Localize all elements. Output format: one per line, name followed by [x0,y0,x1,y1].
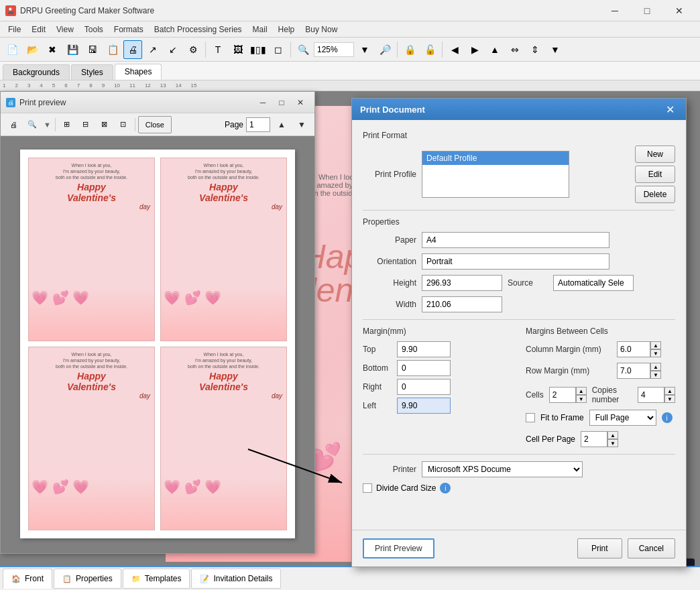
menu-edit[interactable]: Edit [26,23,51,36]
row-margin-up[interactable]: ▲ [650,363,661,371]
bottom-tab-properties[interactable]: 📋 Properties [54,569,121,589]
zoom-out-button[interactable]: 🔎 [375,40,394,59]
row-margin-down[interactable]: ▼ [650,371,661,379]
col-margin-up[interactable]: ▲ [650,341,661,349]
pp-view-btn-2[interactable]: ⊟ [77,116,95,133]
tab-styles[interactable]: Styles [71,64,113,80]
printer-select[interactable]: Microsoft XPS Docume [422,461,583,477]
page-down-btn[interactable]: ▼ [293,117,310,133]
menu-mail[interactable]: Mail [247,23,273,36]
fit-frame-select[interactable]: Full Page [589,410,656,426]
copies-down[interactable]: ▼ [664,395,675,403]
profile-list[interactable]: Default Profile [422,151,569,198]
lock-button[interactable]: 🔒 [400,40,419,59]
cancel-button[interactable]: Cancel [628,538,675,558]
profile-edit-button[interactable]: Edit [635,166,675,183]
col-margin-down[interactable]: ▼ [650,349,661,357]
source-input[interactable] [553,275,634,291]
cells-input[interactable] [549,387,576,403]
pp-minimize-button[interactable]: ─ [254,95,272,111]
cell-per-page-input[interactable] [581,431,607,447]
col-margin-input[interactable] [617,341,650,357]
menu-view[interactable]: View [51,23,79,36]
pp-search-icon[interactable]: 🔍 [23,116,41,133]
zoom-in-button[interactable]: 🔍 [294,40,312,59]
tab-backgrounds[interactable]: Backgrounds [3,64,70,80]
new-button[interactable]: 📄 [3,40,21,59]
pp-search-dropdown[interactable]: ▼ [42,121,52,129]
flip-v-button[interactable]: ⇕ [526,40,544,59]
profile-new-button[interactable]: New [635,145,675,163]
zoom-dropdown[interactable]: ▼ [355,40,374,59]
up-button[interactable]: ▲ [485,40,504,59]
divide-card-checkbox[interactable] [363,483,372,493]
zoom-input[interactable] [314,42,354,57]
margin-bottom-input[interactable] [397,360,451,376]
properties-button[interactable]: ⚙ [184,40,202,59]
pp-print-icon[interactable]: 🖨 [5,116,22,133]
height-input[interactable] [422,275,502,291]
pp-maximize-button[interactable]: □ [273,95,290,111]
page-input[interactable] [246,117,270,132]
card-text-2: When I look at you,I'm amazed by your be… [188,162,259,180]
copies-input[interactable] [638,387,664,403]
pp-view-btn-1[interactable]: ⊞ [58,116,76,133]
maximize-button[interactable]: □ [632,1,662,21]
close-doc-button[interactable]: ✖ [43,40,62,59]
text-button[interactable]: T [209,40,227,59]
close-button[interactable]: ✕ [664,1,695,21]
invitation-tab-label: Invitation Details [213,574,272,583]
row-margin-input[interactable] [617,363,650,379]
pp-view-btn-3[interactable]: ⊠ [96,116,113,133]
pp-close-text[interactable]: Close [138,116,172,133]
bottom-tab-invitation[interactable]: 📝 Invitation Details [191,569,281,589]
export-button[interactable]: ↗ [143,40,162,59]
back-button[interactable]: ◀ [445,40,464,59]
page-up-btn[interactable]: ▲ [273,117,290,133]
minimize-button[interactable]: ─ [599,1,630,21]
cells-down[interactable]: ▼ [576,395,587,403]
menu-help[interactable]: Help [273,23,300,36]
menu-file[interactable]: File [3,23,26,36]
bottom-tab-templates[interactable]: 📁 Templates [123,569,190,589]
menu-batch-processing[interactable]: Batch Processing Series [149,23,247,36]
down-button[interactable]: ▼ [546,40,565,59]
save-button[interactable]: 💾 [63,40,82,59]
fit-frame-checkbox[interactable] [526,413,535,422]
forward-button[interactable]: ▶ [465,40,484,59]
tab-shapes[interactable]: Shapes [115,64,162,80]
open-button[interactable]: 📂 [23,40,42,59]
print-preview-button[interactable]: Print Preview [363,538,434,558]
menu-buy-now[interactable]: Buy Now [300,23,343,36]
copies-up[interactable]: ▲ [664,387,675,395]
fit-frame-info-icon[interactable]: i [662,412,673,423]
flip-h-button[interactable]: ⇔ [506,40,524,59]
import-button[interactable]: ↙ [164,40,182,59]
menu-formats[interactable]: Formats [109,23,149,36]
title-bar-controls: ─ □ ✕ [599,1,695,21]
print-button[interactable]: 🖨 [123,40,142,59]
width-input[interactable] [422,296,502,312]
divide-card-info-icon[interactable]: i [440,483,451,493]
menu-tools[interactable]: Tools [79,23,109,36]
cell-per-page-down[interactable]: ▼ [607,439,618,447]
profile-item-default[interactable]: Default Profile [422,152,569,165]
save-as-button[interactable]: 🖫 [83,40,102,59]
pp-view-btn-4[interactable]: ⊡ [115,116,132,133]
barcode-button[interactable]: ▮▯▮ [249,40,268,59]
cell-per-page-up[interactable]: ▲ [607,431,618,439]
unlock-button[interactable]: 🔓 [420,40,439,59]
template-button[interactable]: 📋 [103,40,122,59]
margin-left-input[interactable] [397,398,451,414]
image-button[interactable]: 🖼 [229,40,247,59]
print-submit-button[interactable]: Print [577,538,622,558]
print-dialog-close[interactable]: ✕ [662,101,678,117]
margin-top-input[interactable] [397,341,451,357]
pp-close-button[interactable]: ✕ [292,95,309,111]
bottom-tab-front[interactable]: 🏠 Front [3,569,52,589]
profile-delete-button[interactable]: Delete [635,186,675,203]
cells-up[interactable]: ▲ [576,387,587,395]
shape-button[interactable]: ◻ [269,40,288,59]
margin-right-input[interactable] [397,379,451,395]
card-cell-1: When I look at you,I'm amazed by your be… [28,158,155,341]
